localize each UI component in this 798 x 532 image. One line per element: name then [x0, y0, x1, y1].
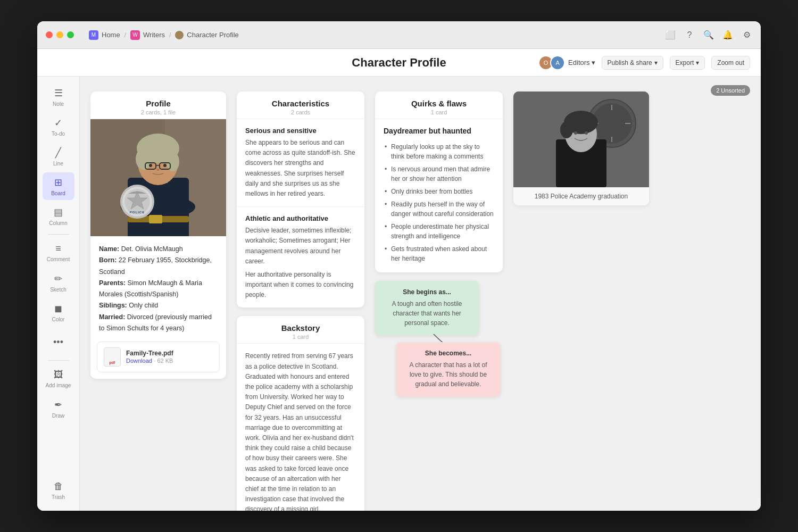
titlebar-actions: ⬜ ? 🔍 🔔 ⚙: [665, 30, 752, 40]
characteristics-title: Characteristics: [245, 99, 356, 108]
quirks-item-4: People underestimate her physical streng…: [384, 220, 494, 243]
profile-card: Profile 2 cards, 1 file: [90, 92, 226, 379]
bell-icon[interactable]: 🔔: [722, 30, 733, 40]
sidebar-item-todo[interactable]: ✓ To-do: [43, 113, 74, 140]
backstory-subtitle: 1 card: [245, 334, 356, 340]
sidebar-item-note[interactable]: ☰ Note: [43, 83, 74, 111]
sidebar-item-column[interactable]: ▤ Column: [43, 202, 74, 230]
quirks-section-title: Daydreamer but haunted: [384, 127, 494, 135]
header-actions: O A Editors ▾ Publish & share ▾ Export ▾…: [538, 55, 750, 70]
profile-icon: [175, 31, 184, 39]
breadcrumb-sep-2: /: [169, 31, 171, 39]
sidebar-item-draw[interactable]: ✒ Draw: [43, 395, 74, 422]
characteristics-subtitle: 2 cards: [245, 109, 356, 115]
note-icon: ☰: [54, 87, 63, 99]
profile-name: Name: Det. Olivia McMaugh: [99, 244, 218, 255]
search-icon[interactable]: 🔍: [703, 30, 714, 40]
draw-label: Draw: [52, 413, 64, 419]
characteristics-header: Characteristics 2 cards: [237, 92, 364, 119]
publish-button[interactable]: Publish & share ▾: [602, 56, 663, 70]
home-icon: M: [89, 30, 98, 40]
breadcrumb-home[interactable]: M Home: [89, 30, 120, 40]
sidebar-item-line[interactable]: ╱ Line: [43, 143, 74, 170]
note-label: Note: [53, 101, 64, 107]
profile-info: Name: Det. Olivia McMaugh Born: 22 Febru…: [90, 236, 226, 342]
sidebar-item-color[interactable]: ◼ Color: [43, 298, 74, 326]
pdf-icon: pdf: [104, 347, 121, 367]
sidebar-item-more[interactable]: •••: [43, 328, 74, 356]
settings-icon[interactable]: ⚙: [742, 30, 752, 40]
breadcrumb-profile[interactable]: Character Profile: [175, 31, 239, 39]
siblings-label: Siblings:: [99, 302, 127, 309]
column-label: Column: [49, 220, 67, 226]
svg-point-10: [167, 152, 179, 171]
zoom-button[interactable]: Zoom out: [711, 56, 750, 70]
story-arc-container: She begins as... A tough and often hosti…: [375, 281, 503, 409]
characteristics-card: Characteristics 2 cards Serious and sens…: [237, 92, 364, 307]
quirks-title: Quirks & flaws: [384, 99, 494, 108]
quirks-header: Quirks & flaws 1 card: [375, 92, 503, 119]
profile-file[interactable]: pdf Family-Tree.pdf Download · 62 KB: [97, 342, 220, 372]
comment-label: Comment: [47, 256, 70, 262]
help-icon[interactable]: ?: [684, 30, 695, 40]
char-section-2-text2: Her authoritative personality is importa…: [245, 270, 356, 301]
photo-caption: 1983 Police Academy graduation: [513, 187, 649, 205]
sidebar: ☰ Note ✓ To-do ╱ Line ⊞ Board ▤ Column ≡: [37, 77, 80, 511]
sidebar-item-sketch[interactable]: ✏ Sketch: [43, 269, 74, 296]
sticky-begins-text: A tough and often hostile character that…: [384, 299, 470, 328]
canvas: 2 Unsorted Profile 2 cards, 1 file: [80, 77, 761, 511]
backstory-card: Backstory 1 card Recently retired from s…: [237, 316, 364, 511]
cards-layout: Profile 2 cards, 1 file: [90, 87, 750, 511]
sidebar-item-add-image[interactable]: 🖼 Add image: [43, 365, 74, 393]
profile-parents: Parents: Simon McMaugh & Maria Morales (…: [99, 278, 218, 301]
quirks-item-0: Regularly looks up at the sky to think b…: [384, 140, 494, 163]
quirks-list: Regularly looks up at the sky to think b…: [384, 140, 494, 265]
profile-married: Married: Divorced (previously married to…: [99, 312, 218, 335]
titlebar: M Home / W Writers / Character Profile ⬜…: [37, 21, 761, 49]
pdf-label: pdf: [110, 361, 115, 364]
avatar-stack: O A: [538, 55, 565, 70]
download-link[interactable]: Download: [126, 358, 152, 364]
board-icon: ⊞: [54, 177, 62, 188]
sidebar-item-trash[interactable]: 🗑 Trash: [43, 477, 74, 504]
svg-point-9: [136, 148, 152, 170]
siblings-value: Only child: [129, 302, 158, 309]
sketch-label: Sketch: [50, 287, 66, 293]
mobile-icon[interactable]: ⬜: [665, 30, 676, 40]
sidebar-item-board[interactable]: ⊞ Board: [43, 172, 74, 200]
breadcrumb-writers[interactable]: W Writers: [130, 30, 165, 40]
svg-rect-5: [149, 215, 162, 223]
svg-text:POLICE: POLICE: [130, 211, 145, 214]
maximize-button[interactable]: [67, 31, 74, 38]
quirks-subtitle: 1 card: [384, 109, 494, 115]
main-content: ☰ Note ✓ To-do ╱ Line ⊞ Board ▤ Column ≡: [37, 77, 761, 511]
sidebar-item-comment[interactable]: ≡ Comment: [43, 239, 74, 267]
file-name: Family-Tree.pdf: [126, 350, 173, 357]
char-section-1-text: She appears to be serious and can come a…: [245, 138, 356, 199]
editors-label[interactable]: Editors ▾: [568, 59, 595, 66]
born-label: Born:: [99, 256, 117, 264]
photo-card: 1983 Police Academy graduation: [513, 92, 649, 205]
color-icon: ◼: [54, 303, 62, 314]
trash-label: Trash: [52, 494, 65, 500]
color-label: Color: [52, 317, 65, 322]
profile-photo: POLICE: [90, 119, 226, 236]
editors-group[interactable]: O A Editors ▾: [538, 55, 595, 70]
char-section-2-text1: Decisive leader, sometimes inflexible; w…: [245, 226, 356, 267]
char-section-2: Athletic and authoritative Decisive lead…: [237, 206, 364, 307]
minimize-button[interactable]: [56, 31, 63, 38]
writers-icon: W: [130, 30, 140, 40]
sidebar-divider-1: [48, 234, 69, 235]
export-button[interactable]: Export ▾: [670, 56, 705, 70]
traffic-lights: [46, 31, 74, 38]
quirks-body: Daydreamer but haunted Regularly looks u…: [375, 119, 503, 272]
todo-label: To-do: [52, 131, 65, 137]
profile-card-title: Profile: [99, 99, 218, 108]
close-button[interactable]: [46, 31, 53, 38]
file-size: 62 KB: [157, 358, 173, 364]
quirks-column: Quirks & flaws 1 card Daydreamer but hau…: [375, 92, 503, 409]
graduation-photo-svg: [513, 92, 649, 187]
home-label: Home: [102, 31, 120, 39]
unsorted-badge[interactable]: 2 Unsorted: [711, 85, 750, 96]
quirks-item-3: Readily puts herself in the way of dange…: [384, 198, 494, 220]
